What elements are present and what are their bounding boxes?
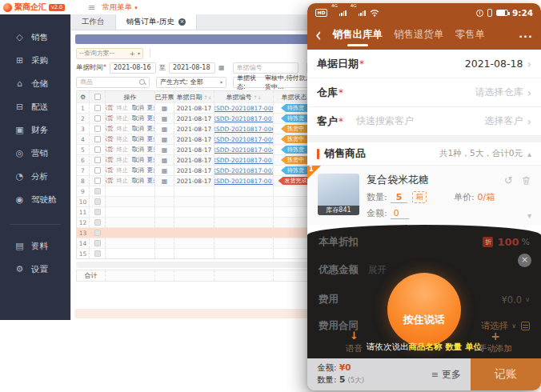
sidebar-item[interactable]: ◎ 营销 — [0, 142, 70, 165]
row-checkbox[interactable] — [94, 105, 101, 111]
action-pick[interactable]: 拣货 — [106, 135, 114, 143]
select-customer-action[interactable]: 选择客户 — [484, 114, 523, 128]
form-row-date[interactable]: 单据日期* 2021-08-18 › — [307, 50, 541, 78]
sidebar-item[interactable]: ⚙ 设置 — [0, 258, 70, 281]
action-more[interactable]: 更多 — [147, 135, 156, 143]
price-value[interactable]: 0/箱 — [478, 191, 495, 203]
amount-value[interactable]: 0 — [391, 208, 409, 219]
action-stop[interactable]: 终止 — [117, 177, 129, 185]
action-cancel[interactable]: 取消 — [132, 177, 144, 185]
sidebar-item[interactable]: ◇ 销售 — [0, 26, 70, 49]
action-pick[interactable]: 拣货 — [106, 146, 114, 154]
doc-number-input[interactable]: 单据编号 — [233, 62, 299, 74]
customer-search-placeholder[interactable]: 快速搜索客户 — [356, 114, 414, 128]
back-chevron-icon[interactable]: ‹ — [315, 25, 322, 45]
sidebar-item[interactable]: ⊟ 配送 — [0, 95, 70, 118]
more-menu-icon[interactable]: ··· — [519, 30, 533, 42]
sidebar-item[interactable]: ⊞ 采购 — [0, 49, 70, 72]
action-stop[interactable]: 终止 — [117, 104, 129, 112]
action-stop[interactable]: 终止 — [117, 125, 129, 133]
doc-number-link[interactable]: XSDD-20210817-002 — [214, 167, 274, 174]
doc-number-link[interactable]: XSDD-20210817-001 — [214, 178, 274, 185]
collapse-arrow-icon[interactable]: ▴ — [527, 150, 531, 158]
more-options-button[interactable]: ≡ 更多 — [431, 368, 471, 382]
action-cancel[interactable]: 取消 — [132, 135, 144, 143]
sort-icon[interactable]: ↑↓ — [253, 94, 261, 100]
action-pick[interactable]: 拣货 — [106, 104, 114, 112]
action-pick[interactable]: 拣货 — [106, 125, 114, 133]
doc-number-link[interactable]: XSDD-20210817-004 — [214, 146, 274, 154]
search-icon[interactable] — [139, 79, 146, 86]
action-more[interactable]: 更多 — [147, 125, 156, 133]
history-icon[interactable]: ↺ — [504, 174, 513, 186]
action-stop[interactable]: 终止 — [117, 166, 129, 174]
trash-icon[interactable] — [521, 175, 531, 186]
doc-number-link[interactable]: XSDD-20210817-006 — [214, 126, 274, 133]
row-checkbox[interactable] — [94, 136, 101, 142]
form-row-warehouse[interactable]: 仓库* 请选择仓库 › — [307, 78, 541, 107]
sidebar-item[interactable]: ◔ 分析 — [0, 165, 70, 188]
menu-toggle-icon[interactable]: ≡ — [88, 2, 95, 13]
tab-retail[interactable]: 零售单 — [455, 28, 486, 44]
calculator-icon[interactable] — [521, 322, 530, 330]
action-stop[interactable]: 终止 — [117, 135, 129, 143]
action-cancel[interactable]: 取消 — [132, 114, 144, 122]
unit-badge[interactable]: 箱 — [412, 191, 427, 203]
generation-method-select[interactable]: 产生方式: 全部 ▾ — [156, 77, 226, 88]
sidebar-item[interactable]: ▤ 资料 — [0, 234, 70, 258]
action-cancel[interactable]: 取消 — [132, 146, 144, 154]
tab-sales-outbound[interactable]: 销售出库单 — [333, 28, 383, 44]
action-pick[interactable]: 拣货 — [106, 156, 114, 164]
action-more[interactable]: 更多 — [147, 166, 156, 174]
close-overlay-icon[interactable]: × — [518, 254, 531, 267]
add-scheme-icon[interactable]: + — [129, 50, 135, 58]
action-more[interactable]: 更多 — [147, 114, 156, 122]
doc-number-link[interactable]: XSDD-20210817-005 — [214, 136, 274, 143]
hold-to-speak-button[interactable]: 按住说话 — [387, 273, 461, 346]
product-card[interactable]: 1 库存841 复合袋米花糖 ↺ 数量: 5 箱 单价: 0/箱 金额: 0 ▾ — [307, 165, 541, 225]
record-submit-button[interactable]: 记账 — [471, 358, 541, 390]
action-cancel[interactable]: 取消 — [132, 166, 144, 174]
voice-mode-switch[interactable]: ↓ 语音 — [346, 330, 363, 354]
tab-sales-order-history[interactable]: 销售订单-历史 × — [116, 14, 197, 30]
date-from-input[interactable]: 2021-08-16 — [110, 62, 156, 74]
doc-number-link[interactable]: XSDD-20210817-008 — [214, 105, 274, 112]
header-doc-number[interactable]: 单据编号↑↓ — [214, 91, 274, 102]
sidebar-item[interactable]: ▣ 财务 — [0, 118, 70, 142]
chevron-down-icon[interactable]: ▾ — [527, 211, 531, 220]
tab-workbench[interactable]: 工作台 — [71, 14, 116, 30]
tab-sales-return[interactable]: 销售退货单 — [394, 28, 444, 44]
manual-add-button[interactable]: + 手动添加 — [479, 330, 512, 354]
action-more[interactable]: 更多 — [147, 177, 156, 185]
sidebar-item[interactable]: ◉ 驾驶舱 — [0, 188, 70, 211]
row-checkbox[interactable] — [94, 157, 101, 163]
sidebar-item[interactable]: ⌂ 仓储 — [0, 72, 70, 95]
action-cancel[interactable]: 取消 — [132, 125, 144, 133]
column-settings-gear-icon[interactable]: ⚙ — [77, 91, 90, 102]
coupon-expand[interactable]: 展开 — [368, 264, 387, 276]
calendar-icon[interactable]: ▦ — [218, 64, 225, 71]
doc-number-link[interactable]: XSDD-20210817-007 — [214, 115, 274, 122]
row-checkbox[interactable] — [94, 115, 101, 122]
qty-value[interactable]: 5 — [391, 192, 408, 203]
row-checkbox[interactable] — [94, 146, 101, 153]
action-pick[interactable]: 拣货 — [106, 177, 114, 185]
action-stop[interactable]: 终止 — [117, 146, 129, 154]
row-checkbox[interactable] — [94, 126, 101, 132]
sort-icon[interactable]: ↑↓ — [203, 94, 211, 100]
date-to-input[interactable]: 2021-08-18 — [169, 62, 215, 74]
close-tab-icon[interactable]: × — [178, 18, 186, 26]
doc-number-link[interactable]: XSDD-20210817-003 — [214, 157, 274, 164]
row-checkbox[interactable] — [94, 167, 101, 174]
product-search-input[interactable]: 商品 — [76, 77, 150, 88]
header-doc-date[interactable]: 单据日期↑↓ — [174, 91, 214, 102]
select-all-checkbox[interactable] — [94, 94, 101, 100]
common-menu-dropdown[interactable]: 常用菜单 ▾ — [102, 2, 138, 13]
action-cancel[interactable]: 取消 — [132, 156, 144, 164]
action-stop[interactable]: 终止 — [117, 114, 129, 122]
action-stop[interactable]: 终止 — [117, 156, 129, 164]
action-cancel[interactable]: 取消 — [132, 104, 144, 112]
action-more[interactable]: 更多 — [147, 156, 156, 164]
action-pick[interactable]: 拣货 — [106, 114, 114, 122]
row-checkbox[interactable] — [94, 178, 101, 184]
